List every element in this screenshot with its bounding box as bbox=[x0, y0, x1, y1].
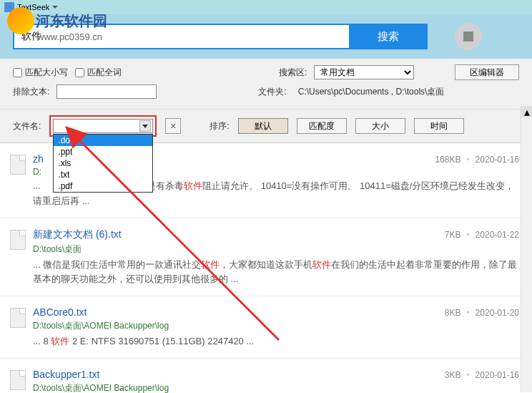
search-button[interactable]: 搜索 bbox=[349, 24, 428, 49]
titlebar-dropdown-icon[interactable] bbox=[52, 6, 58, 9]
result-path: D:\tools\桌面 bbox=[33, 243, 519, 256]
result-meta: 168KB•2020-01-16 bbox=[435, 155, 519, 165]
sort-default-button[interactable]: 默认 bbox=[238, 118, 288, 134]
result-meta: 3KB•2020-01-16 bbox=[445, 370, 519, 380]
folder-path: C:\Users\pc\Documents , D:\tools\桌面 bbox=[298, 86, 445, 98]
zone-editor-button[interactable]: 区编辑器 bbox=[455, 64, 519, 80]
match-whole-checkbox[interactable]: 匹配全词 bbox=[75, 67, 122, 79]
result-path: D:\tools\桌面\AOMEI Backupper\log bbox=[33, 320, 519, 332]
exclude-input[interactable] bbox=[56, 84, 157, 99]
result-snippet: ... 微信是我们生活中常用的一款通讯社交软件，大家都知道这款手机软件在我们的生… bbox=[33, 258, 519, 288]
dropdown-item-xls[interactable]: .xls bbox=[54, 157, 152, 169]
search-bar: 搜索 bbox=[0, 14, 532, 59]
result-meta: 8KB•2020-01-20 bbox=[445, 308, 519, 318]
result-title: Backupper1.txt bbox=[33, 369, 99, 380]
combo-arrow-icon[interactable] bbox=[139, 120, 151, 132]
result-item[interactable]: Backupper1.txt 3KB•2020-01-16 D:\tools\桌… bbox=[0, 359, 532, 393]
document-icon bbox=[10, 230, 26, 250]
dropdown-item-pdf[interactable]: .pdf bbox=[54, 180, 152, 192]
filter-bar: 文件名: .doc .ppt .xls .txt .pdf × 排序: 默认 匹… bbox=[0, 110, 532, 143]
document-icon bbox=[10, 370, 26, 390]
stop-icon bbox=[463, 31, 473, 42]
match-case-checkbox[interactable]: 匹配大小写 bbox=[13, 67, 68, 79]
sort-label: 排序: bbox=[210, 120, 229, 132]
dropdown-item-txt[interactable]: .txt bbox=[54, 169, 152, 180]
reset-filter-button[interactable]: × bbox=[165, 118, 181, 134]
app-icon bbox=[4, 2, 14, 12]
app-title: TextSeek bbox=[17, 3, 49, 11]
result-item[interactable]: ABCore0.txt 8KB•2020-01-20 D:\tools\桌面\A… bbox=[0, 296, 532, 359]
titlebar: TextSeek bbox=[0, 0, 532, 14]
scroll-up-icon[interactable]: ▴ bbox=[521, 106, 532, 117]
search-input[interactable] bbox=[13, 24, 349, 49]
dropdown-item-ppt[interactable]: .ppt bbox=[54, 146, 152, 157]
dropdown-item-doc[interactable]: .doc bbox=[54, 135, 152, 146]
result-title: ABCore0.txt bbox=[33, 306, 87, 318]
folder-label: 文件夹: bbox=[258, 86, 286, 98]
result-path: D:\tools\桌面\AOMEI Backupper\log bbox=[33, 382, 519, 393]
stop-button[interactable] bbox=[455, 23, 482, 50]
document-icon bbox=[10, 155, 26, 175]
zone-select[interactable]: 常用文档 bbox=[314, 65, 414, 79]
result-meta: 7KB•2020-01-22 bbox=[445, 230, 519, 240]
result-title: 新建文本文档 (6).txt bbox=[33, 228, 122, 241]
zone-label: 搜索区: bbox=[279, 67, 307, 79]
sort-relevance-button[interactable]: 匹配度 bbox=[297, 118, 347, 134]
filename-dropdown: .doc .ppt .xls .txt .pdf bbox=[53, 134, 153, 193]
sort-size-button[interactable]: 大小 bbox=[355, 118, 405, 134]
sort-time-button[interactable]: 时间 bbox=[414, 118, 464, 134]
result-snippet: ... 8 软件 2 E: NTFS 31690751 (15.11GB) 22… bbox=[33, 334, 519, 349]
document-icon bbox=[10, 308, 26, 328]
exclude-label: 排除文本: bbox=[13, 86, 49, 98]
filename-label: 文件名: bbox=[13, 120, 41, 132]
filename-combo[interactable] bbox=[53, 119, 153, 133]
options-bar: 匹配大小写 匹配全词 搜索区: 常用文档 区编辑器 排除文本: 文件夹: C:\… bbox=[0, 59, 532, 110]
result-item[interactable]: 新建文本文档 (6).txt 7KB•2020-01-22 D:\tools\桌… bbox=[0, 218, 532, 297]
scrollbar[interactable]: ▴ bbox=[521, 106, 532, 392]
filename-combo-highlight: .doc .ppt .xls .txt .pdf bbox=[49, 115, 157, 137]
